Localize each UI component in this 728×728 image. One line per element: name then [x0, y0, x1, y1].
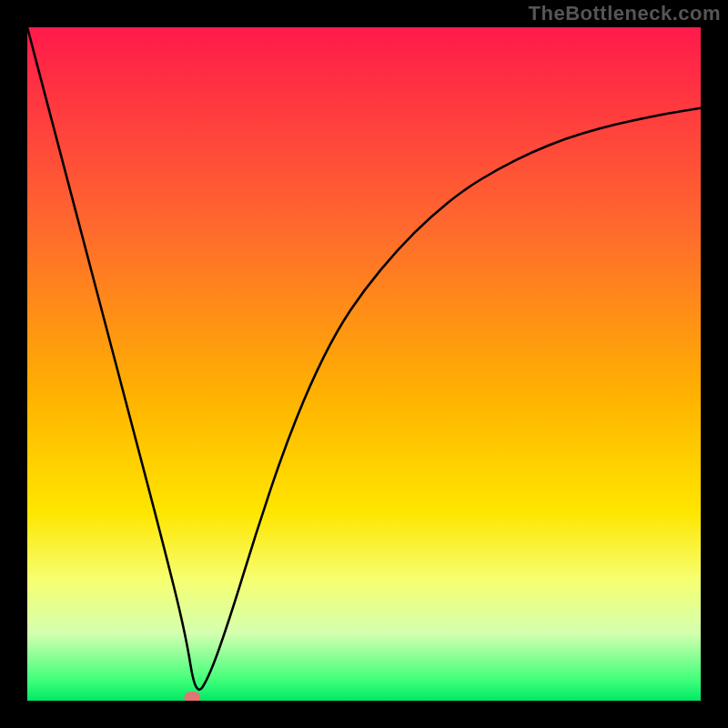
chart-frame: TheBottleneck.com [0, 0, 728, 728]
watermark-text: TheBottleneck.com [529, 2, 721, 25]
plot-area [27, 27, 701, 701]
chart-svg [27, 27, 701, 701]
